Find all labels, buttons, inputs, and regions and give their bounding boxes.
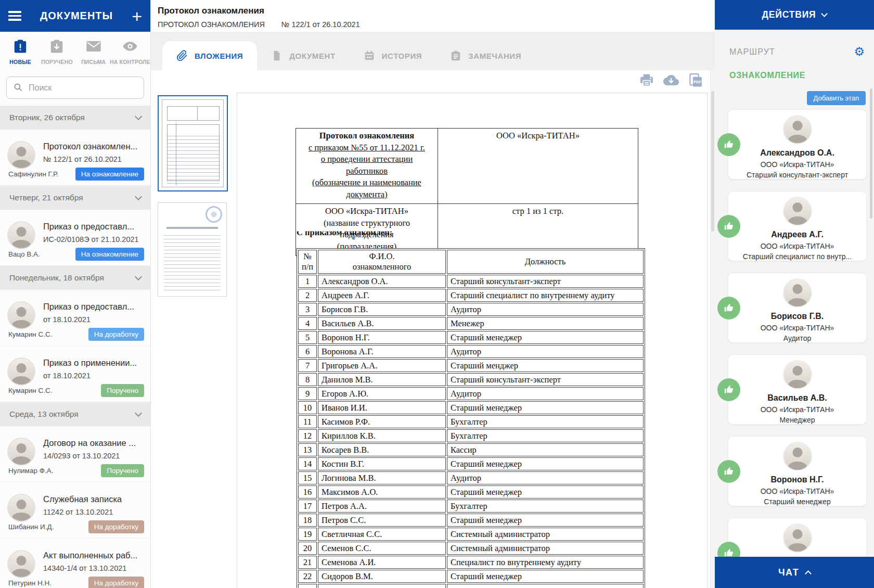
approved-thumbs-up-icon bbox=[717, 297, 740, 319]
row-number: 21 bbox=[298, 556, 317, 569]
menu-icon[interactable] bbox=[8, 9, 21, 23]
participant-card[interactable]: Александров О.А. ООО «Искра-ТИТАН» Старш… bbox=[728, 109, 867, 180]
personnel-table-row: 22 Сидоров В.М. Старший менеджер bbox=[298, 570, 644, 583]
doc-title-cell: Протокол ознакомления с приказом №55 от … bbox=[296, 129, 438, 204]
approved-thumbs-up-icon bbox=[717, 460, 740, 483]
print-icon[interactable] bbox=[639, 72, 654, 88]
participant-card[interactable]: Борисов Г.В. ООО «Искра-ТИТАН» Аудитор bbox=[728, 273, 867, 343]
row-role: Системный администратор bbox=[447, 542, 644, 555]
tab-remarks-label: ЗАМЕЧАНИЯ bbox=[468, 52, 521, 60]
route-section: МАРШРУТ ⚙ bbox=[729, 46, 865, 58]
right-sidebar: ДЕЙСТВИЯ МАРШРУТ ⚙ ОЗНАКОМЛЕНИЕ Добавить… bbox=[715, 0, 874, 588]
gear-icon[interactable]: ⚙ bbox=[854, 46, 865, 58]
app-window: ДОКУМЕНТЫ + НОВЫЕ ПОРУЧЕНО ПИСЬМА bbox=[0, 0, 874, 588]
row-number: 22 bbox=[298, 570, 317, 583]
attachment-thumbnail-selected[interactable] bbox=[158, 95, 228, 191]
row-role: Аудитор bbox=[447, 471, 644, 484]
document-list-item[interactable]: Служебная записка 11242 от 13.10.2021 Ши… bbox=[0, 482, 150, 539]
avatar bbox=[7, 357, 35, 386]
personnel-table-row: 2 Андреев А.Г. Старший специалист по вну… bbox=[298, 289, 644, 302]
row-name: Максимов А.О. bbox=[318, 485, 446, 498]
row-role: Кассир bbox=[447, 443, 644, 456]
actions-button[interactable]: ДЕЙСТВИЯ bbox=[715, 0, 874, 30]
participant-card[interactable]: Васильев А.В. ООО «Искра-ТИТАН» Менеджер bbox=[728, 354, 867, 425]
avatar bbox=[7, 550, 35, 578]
add-stage-button[interactable]: Добавить этап bbox=[807, 91, 866, 105]
row-number: 19 bbox=[298, 528, 317, 541]
search-input[interactable] bbox=[6, 76, 144, 99]
row-name: Егоров А.Ю. bbox=[318, 387, 446, 400]
row-number: 7 bbox=[298, 359, 317, 372]
tab-history[interactable]: ИСТОРИЯ bbox=[350, 41, 436, 70]
document-list-item[interactable]: Протокол ознакомлен... № 122/1 от 26.10.… bbox=[0, 130, 150, 186]
attachment-thumbnail[interactable] bbox=[158, 202, 227, 297]
document-header: Протокол ознакомления ПРОТОКОЛ ОЗНАКОМЛЕ… bbox=[151, 0, 715, 32]
personnel-table: №п/п Ф.И.О.ознакомленного Должность 1 Ал… bbox=[297, 248, 645, 588]
tab-new[interactable]: НОВЫЕ bbox=[2, 39, 38, 65]
status-badge: На доработку bbox=[88, 577, 144, 588]
document-list-item[interactable]: Приказ о предоставл... от 18.10.2021 Кум… bbox=[0, 290, 150, 346]
document-title: Договор на оказание ... bbox=[43, 438, 136, 448]
personnel-table-row: 7 Григорьев А.А. Старший менджер bbox=[298, 359, 644, 372]
tab-remarks[interactable]: ЗАМЕЧАНИЯ bbox=[436, 41, 535, 70]
avatar bbox=[7, 494, 35, 522]
row-number: 8 bbox=[298, 373, 317, 386]
date-group-header[interactable]: Четверг, 21 октября bbox=[0, 186, 150, 210]
main-panel: Протокол ознакомления ПРОТОКОЛ ОЗНАКОМЛЕ… bbox=[151, 0, 715, 588]
main-scrollbar[interactable] bbox=[710, 70, 715, 588]
tab-attachments[interactable]: ВЛОЖЕНИЯ bbox=[162, 41, 257, 70]
tab-document[interactable]: ДОКУМЕНТ bbox=[257, 41, 350, 70]
participant-org: ООО «Искра-ТИТАН» bbox=[728, 405, 866, 414]
document-list-item[interactable]: Приказ о применении... от 18.10.2021 Кум… bbox=[0, 346, 150, 402]
document-number: 11242 от 13.10.2021 bbox=[43, 508, 122, 516]
avatar bbox=[7, 438, 35, 466]
participant-name: Воронов Н.Г. bbox=[728, 475, 866, 484]
chevron-down-icon bbox=[821, 10, 828, 17]
row-number: 14 bbox=[298, 457, 317, 470]
participant-org: ООО «Искра-ТИТАН» bbox=[728, 487, 866, 495]
calendar-icon bbox=[364, 50, 375, 61]
document-author: Шибанин И.Д. bbox=[8, 523, 54, 531]
tab-letters[interactable]: ПИСЬМА bbox=[75, 39, 112, 65]
sidebar-scrollbar[interactable] bbox=[870, 88, 872, 219]
document-number: от 18.10.2021 bbox=[43, 315, 134, 324]
row-name: Васильев А.В. bbox=[318, 317, 446, 330]
personnel-table-row: 14 Костин В.Г. Старший менеджер bbox=[298, 457, 644, 470]
participant-org: ООО «Искра-ТИТАН» bbox=[728, 160, 866, 169]
row-name: Александров О.А. bbox=[318, 275, 446, 288]
route-participants: Александров О.А. ООО «Искра-ТИТАН» Старш… bbox=[715, 109, 874, 588]
row-number: 1 bbox=[298, 275, 317, 288]
row-name: Петров С.С. bbox=[318, 514, 446, 527]
document-number: от 18.10.2021 bbox=[43, 372, 137, 380]
stage-label: ОЗНАКОМЛЕНИЕ bbox=[729, 71, 874, 80]
participant-card[interactable]: Андреев А.Г. ООО «Искра-ТИТАН» Старший с… bbox=[728, 191, 867, 261]
participant-card[interactable]: Воронов Н.Г. ООО «Искра-ТИТАН» Старший м… bbox=[728, 436, 867, 506]
sidebar-filter-tabs: НОВЫЕ ПОРУЧЕНО ПИСЬМА НА КОНТРОЛЕ bbox=[0, 32, 150, 73]
avatar bbox=[7, 221, 35, 249]
tab-on-control[interactable]: НА КОНТРОЛЕ bbox=[112, 39, 148, 65]
avatar bbox=[783, 115, 812, 144]
row-number: 2 bbox=[298, 289, 317, 302]
personnel-table-row: 15 Логинова М.В. Аудитор bbox=[298, 471, 644, 484]
document-list: Вторник, 26 октября Протокол ознакомлен.… bbox=[0, 106, 150, 588]
status-badge: На ознакомление bbox=[75, 248, 144, 261]
date-group-header[interactable]: Вторник, 26 октября bbox=[0, 106, 150, 130]
approved-thumbs-up-icon bbox=[717, 133, 740, 156]
chat-button[interactable]: ЧАТ bbox=[715, 557, 874, 588]
date-group-header[interactable]: Понедельник, 18 октября bbox=[0, 266, 150, 290]
date-group-header[interactable]: Среда, 13 октября bbox=[0, 402, 150, 426]
document-list-item[interactable]: Договор на оказание ... 14/0293 от 13.10… bbox=[0, 426, 150, 482]
tab-assigned[interactable]: ПОРУЧЕНО bbox=[38, 39, 75, 65]
add-document-button[interactable]: + bbox=[132, 9, 142, 23]
chat-label: ЧАТ bbox=[778, 567, 799, 578]
avatar bbox=[783, 197, 812, 226]
personnel-table-row: 21 Семенова А.И. Специалист по внутренне… bbox=[298, 556, 644, 569]
document-list-item[interactable]: Приказ о предоставл... ИС-02/0108Э от 21… bbox=[0, 210, 150, 266]
tab-new-label: НОВЫЕ bbox=[9, 59, 31, 65]
download-icon[interactable] bbox=[663, 72, 679, 88]
document-author: Сафинулин Г.Р. bbox=[8, 170, 58, 178]
tab-history-label: ИСТОРИЯ bbox=[382, 52, 422, 60]
row-role: Бухгалтер bbox=[447, 429, 644, 442]
document-list-item[interactable]: Акт выполненных раб... 14340-1/4 от 13.1… bbox=[0, 539, 150, 588]
pdf-icon[interactable]: PDF bbox=[688, 72, 703, 88]
